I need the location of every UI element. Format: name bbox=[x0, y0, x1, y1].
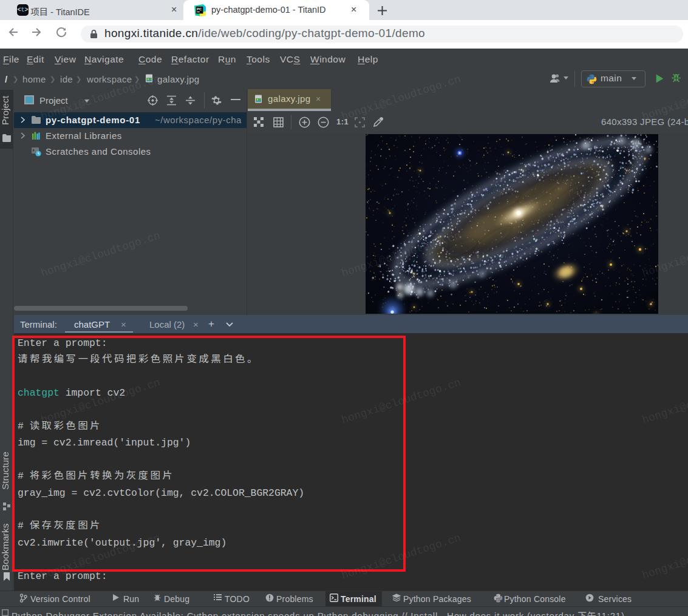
svg-text:PC: PC bbox=[197, 7, 202, 11]
